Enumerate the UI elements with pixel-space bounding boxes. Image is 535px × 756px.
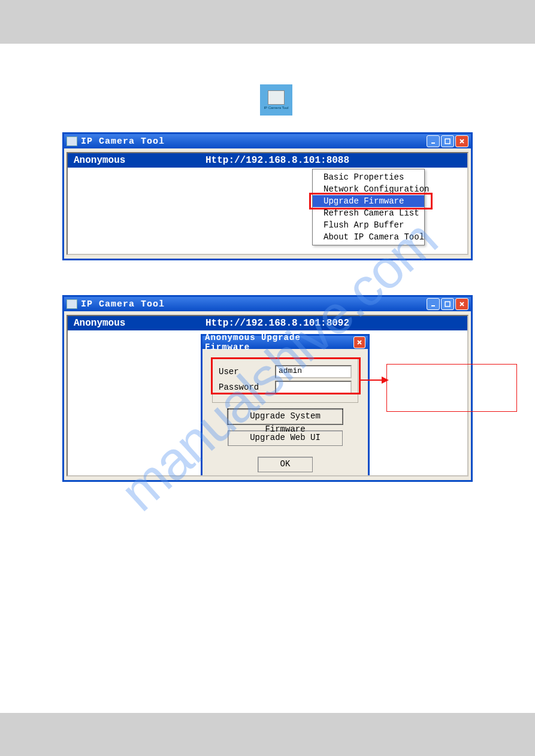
dialog-titlebar[interactable]: Anonymous Upgrade Firmware: [202, 336, 368, 349]
dialog-upgrade-firmware: Anonymous Upgrade Firmware User admin Pa…: [201, 334, 370, 476]
maximize-button[interactable]: [441, 135, 454, 147]
menu-upgrade-firmware[interactable]: Upgrade Firmware: [313, 195, 424, 207]
credentials-group: User admin Password: [212, 357, 358, 403]
camera-url: Http://192.168.8.101:8092: [205, 318, 461, 329]
window-ipcamera-tool-2: IP Camera Tool Anonymous Http://192.168.…: [62, 295, 473, 482]
close-button[interactable]: [455, 135, 468, 147]
user-label: User: [219, 367, 270, 377]
menu-about-tool[interactable]: About IP Camera Tool: [313, 231, 424, 243]
callout-arrow-line: [360, 379, 384, 381]
window-title: IP Camera Tool: [81, 299, 165, 309]
bottom-band: [0, 713, 535, 756]
password-input[interactable]: [275, 381, 352, 394]
menu-flush-arp-buffer[interactable]: Flush Arp Buffer: [313, 219, 424, 231]
titlebar[interactable]: IP Camera Tool: [64, 297, 471, 311]
desktop-icon-label: IP Camera Tool: [264, 106, 288, 110]
close-button[interactable]: [455, 298, 468, 310]
password-label: Password: [219, 382, 270, 392]
titlebar[interactable]: IP Camera Tool: [64, 134, 471, 148]
upgrade-web-ui-button[interactable]: Upgrade Web UI: [228, 430, 343, 446]
upgrade-system-firmware-button[interactable]: Upgrade System Firmware: [228, 409, 343, 424]
desktop-icon-ipcamera[interactable]: IP Camera Tool: [260, 84, 292, 116]
app-icon: [67, 299, 77, 309]
callout-box: [386, 364, 517, 412]
camera-list-row[interactable]: Anonymous Http://192.168.8.101:8092: [68, 316, 467, 330]
menu-refresh-camera-list[interactable]: Refresh Camera List: [313, 207, 424, 219]
dialog-close-button[interactable]: [353, 336, 365, 348]
minimize-button[interactable]: [427, 298, 440, 310]
ok-button[interactable]: OK: [258, 457, 313, 472]
maximize-button[interactable]: [441, 298, 454, 310]
camera-list-row[interactable]: Anonymous Http://192.168.8.101:8088: [68, 153, 467, 168]
menu-basic-properties[interactable]: Basic Properties: [313, 171, 424, 183]
user-input[interactable]: admin: [275, 365, 352, 378]
window-ipcamera-tool-1: IP Camera Tool Anonymous Http://192.168.…: [62, 132, 473, 260]
camera-name: Anonymous: [74, 155, 205, 166]
camera-icon: [268, 90, 285, 105]
dialog-title: Anonymous Upgrade Firmware: [205, 333, 350, 352]
camera-url: Http://192.168.8.101:8088: [205, 155, 461, 166]
camera-name: Anonymous: [74, 318, 205, 329]
top-band: [0, 0, 535, 44]
minimize-button[interactable]: [427, 135, 440, 147]
menu-network-configuration[interactable]: Network Configuration: [313, 183, 424, 195]
context-menu: Basic Properties Network Configuration U…: [312, 169, 425, 245]
svg-rect-1: [445, 139, 450, 144]
svg-rect-5: [445, 302, 450, 306]
window-title: IP Camera Tool: [81, 136, 165, 147]
app-icon: [67, 136, 77, 146]
